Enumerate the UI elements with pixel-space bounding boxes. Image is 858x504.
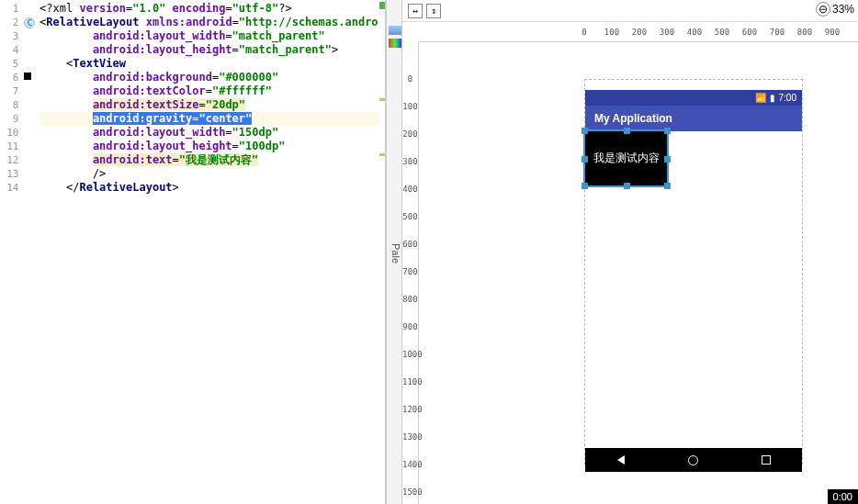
resize-handle[interactable] bbox=[581, 156, 588, 162]
zoom-out-icon[interactable]: ⊖ bbox=[816, 2, 830, 17]
resize-handle[interactable] bbox=[624, 128, 630, 134]
resize-handle[interactable] bbox=[664, 156, 671, 162]
layout-preview: ↔ ↕ ⊖ 33% 0100200300400500600700800900 0… bbox=[402, 0, 858, 504]
design-surface[interactable]: 📶 ▮ 7:00 My Application 我是测试内容 bbox=[419, 42, 858, 504]
status-bar: 📶 ▮ 7:00 bbox=[585, 90, 802, 106]
resize-handle[interactable] bbox=[581, 128, 588, 134]
recording-timer: 0:00 bbox=[828, 489, 858, 504]
battery-icon: ▮ bbox=[770, 93, 775, 103]
ruler-vertical: 0100200300400500600700800900100011001200… bbox=[402, 42, 419, 504]
selection-outline bbox=[585, 131, 667, 185]
preview-toolbar: ↔ ↕ bbox=[402, 0, 858, 22]
status-time: 7:00 bbox=[779, 93, 796, 103]
back-icon[interactable] bbox=[617, 455, 625, 465]
resize-handle[interactable] bbox=[664, 128, 671, 134]
ruler-horizontal: 0100200300400500600700800900 bbox=[419, 22, 858, 42]
expand-horizontal-icon[interactable]: ↔ bbox=[408, 4, 423, 18]
recent-icon[interactable] bbox=[762, 455, 771, 465]
line-gutter: 1234567891011121314 bbox=[0, 0, 24, 504]
wifi-icon: 📶 bbox=[755, 93, 766, 103]
error-stripe bbox=[378, 0, 385, 504]
palette-tab[interactable]: Pale bbox=[386, 0, 402, 504]
app-title-bar: My Application bbox=[585, 106, 802, 131]
palette-color-icon bbox=[389, 39, 401, 48]
zoom-value: 33% bbox=[832, 3, 854, 16]
resize-handle[interactable] bbox=[581, 183, 588, 189]
home-icon[interactable] bbox=[688, 455, 698, 465]
zoom-control[interactable]: ⊖ 33% bbox=[816, 2, 854, 17]
palette-swatch-icon bbox=[389, 26, 401, 35]
app-title: My Application bbox=[594, 112, 672, 125]
code-editor[interactable]: 1234567891011121314 C <?xml version="1.0… bbox=[0, 0, 386, 504]
navigation-bar bbox=[585, 448, 802, 472]
resize-handle[interactable] bbox=[664, 183, 671, 189]
code-area[interactable]: <?xml version="1.0" encoding="utf-8"?><R… bbox=[40, 0, 378, 504]
palette-label: Pale bbox=[390, 243, 401, 263]
resize-handle[interactable] bbox=[624, 183, 630, 189]
marker-gutter: C bbox=[24, 0, 40, 504]
expand-vertical-icon[interactable]: ↕ bbox=[426, 4, 441, 18]
